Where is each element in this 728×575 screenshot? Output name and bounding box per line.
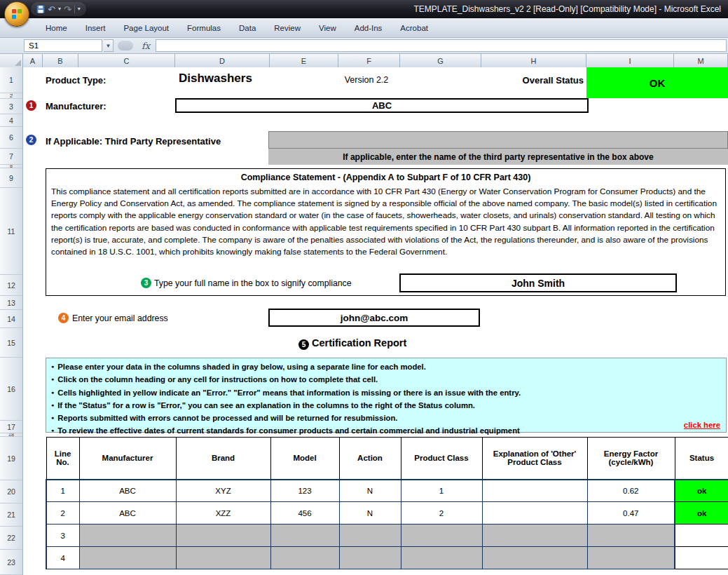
row-header[interactable]: 4 [0,114,22,127]
row-header[interactable]: 12 [0,275,22,296]
name-box[interactable]: S1 [24,39,102,52]
header-explanation[interactable]: Explanation of 'Other' Product Class [482,438,587,480]
column-header-m[interactable]: M [674,54,728,67]
row-header[interactable]: 19 [0,437,22,480]
row-header[interactable]: 6 [0,127,22,149]
cell-energy-factor[interactable] [587,547,675,569]
column-header-e[interactable]: E [270,54,338,67]
row-header[interactable]: 16 [0,358,22,421]
cell-line-no[interactable]: 3 [46,525,79,547]
manufacturer-input[interactable]: ABC [175,98,589,113]
header-status[interactable]: Status [675,438,728,480]
cell-brand[interactable]: XYZ [176,480,270,502]
row-header[interactable]: 17 [0,421,22,433]
tab-formulas[interactable]: Formulas [178,20,230,36]
tab-insert[interactable]: Insert [76,20,115,36]
column-header-c[interactable]: C [78,54,175,67]
row-header[interactable]: 15 [0,328,22,358]
click-here-link[interactable]: click here [684,421,720,429]
cell-action[interactable]: N [339,502,401,525]
cell-energy-factor[interactable] [587,525,675,547]
insert-function-icon[interactable]: fx [137,41,154,51]
cell-line-no[interactable]: 1 [46,480,79,502]
cell-status[interactable] [675,525,728,547]
column-header-g[interactable]: G [400,54,481,67]
column-header-i[interactable]: I [586,54,674,67]
cell-manufacturer[interactable]: ABC [79,480,176,502]
row-header[interactable]: 13 [0,296,22,310]
header-energy-factor[interactable]: Energy Factor (cycle/kWh) [587,438,675,480]
cell-action[interactable] [339,547,401,569]
header-product-class[interactable]: Product Class [401,438,482,480]
cell-manufacturer[interactable]: ABC [79,502,176,525]
cell-model[interactable]: 123 [270,480,339,502]
cell-explanation[interactable] [482,502,587,525]
tab-view[interactable]: View [310,20,345,36]
cell-explanation[interactable] [482,480,587,502]
formula-input[interactable] [156,39,727,52]
row-header[interactable]: 14 [0,310,22,328]
cell-product-class[interactable] [401,547,482,569]
undo-icon[interactable]: ↶ [48,5,55,14]
header-brand[interactable]: Brand [176,438,270,480]
product-type-value[interactable]: Dishwashers [179,72,252,86]
column-header-h[interactable]: H [481,54,586,67]
cell-brand[interactable]: XZZ [176,502,270,525]
third-party-input[interactable] [268,131,728,149]
cell-brand[interactable] [176,525,270,547]
select-all-corner[interactable] [0,54,23,67]
cell-line-no[interactable]: 2 [46,502,79,525]
tab-acrobat[interactable]: Acrobat [391,20,437,36]
cell-line-no[interactable]: 4 [46,547,79,569]
row-header[interactable]: 21 [0,503,22,527]
row-header[interactable]: 22 [0,527,22,550]
tab-page-layout[interactable]: Page Layout [114,20,178,36]
row-header[interactable]: 20 [0,480,22,503]
header-action[interactable]: Action [339,438,401,480]
row-header[interactable]: 7 [0,149,22,165]
cell-status[interactable]: ok [675,502,728,525]
cell-model[interactable] [270,547,339,569]
cell-status[interactable]: ok [675,480,728,502]
column-header-a[interactable]: A [23,54,43,67]
column-header-f[interactable]: F [338,54,400,67]
header-line-no[interactable]: Line No. [46,438,79,480]
save-icon[interactable] [36,5,45,13]
redo-icon[interactable]: ↷ [64,5,71,14]
overall-status-cell[interactable]: OK [586,67,728,98]
column-header-d[interactable]: D [175,54,270,67]
row-header[interactable]: 11 [0,188,22,275]
row-header[interactable]: 23 [0,550,22,575]
cell-explanation[interactable] [482,547,587,569]
row-header[interactable]: 1 [0,67,22,93]
cell-product-class[interactable]: 2 [401,502,482,525]
tab-data[interactable]: Data [230,20,265,36]
row-header[interactable]: 9 [0,168,22,188]
cell-model[interactable] [270,525,339,547]
cell-product-class[interactable] [401,525,482,547]
cell-brand[interactable] [176,547,270,569]
office-button[interactable] [4,1,29,27]
tab-review[interactable]: Review [265,20,310,36]
cell-action[interactable] [339,525,401,547]
tab-add-ins[interactable]: Add-Ins [345,20,392,36]
undo-dropdown-icon[interactable]: ▾ [58,6,61,12]
cell-energy-factor[interactable]: 0.62 [587,480,675,502]
cell-model[interactable]: 456 [270,502,339,525]
header-manufacturer[interactable]: Manufacturer [79,438,176,480]
cell-explanation[interactable] [482,525,587,547]
header-model[interactable]: Model [270,438,339,480]
name-box-dropdown-icon[interactable]: ▼ [104,39,114,52]
cell-manufacturer[interactable] [79,525,176,547]
cell-energy-factor[interactable]: 0.47 [587,502,675,525]
cell-status[interactable] [675,547,728,569]
email-input[interactable]: john@abc.com [268,309,480,327]
full-name-input[interactable]: John Smith [399,273,677,292]
row-header[interactable]: 3 [0,99,22,114]
tab-home[interactable]: Home [36,20,76,36]
cell-manufacturer[interactable] [79,547,176,569]
row-header[interactable]: 2 [0,93,22,99]
qat-customize-icon[interactable]: ▾ [78,6,81,12]
cell-product-class[interactable]: 1 [401,480,482,502]
cell-action[interactable]: N [339,480,401,502]
